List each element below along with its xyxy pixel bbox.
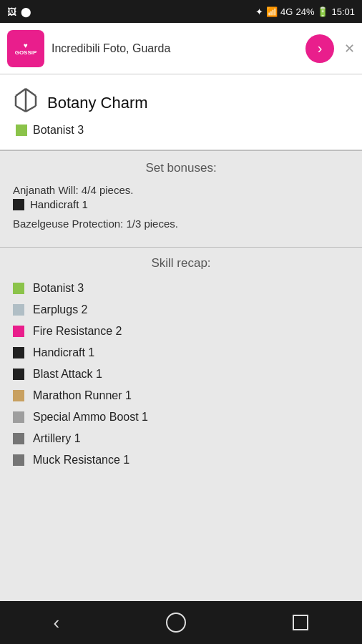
recent-button[interactable] — [293, 615, 308, 630]
bonus-header-2: Bazelgeuse Protection: 1/3 pieces. — [13, 218, 349, 230]
charm-icon — [13, 87, 39, 118]
skill-label-4: Blast Attack 1 — [33, 368, 102, 381]
skill-dot-7 — [13, 433, 24, 444]
list-item: Marathon Runner 1 — [13, 385, 349, 406]
bonus-sub-label-1: Handicraft 1 — [30, 198, 88, 210]
skill-dot-8 — [13, 454, 24, 466]
svg-line-1 — [16, 89, 26, 96]
ad-arrow-icon: › — [318, 40, 323, 57]
status-bar: 🖼 ⬤ ✦ 📶 4G 24% 🔋 15:01 — [0, 0, 362, 23]
skill-recap-title: Skill recap: — [13, 256, 349, 270]
time: 15:01 — [331, 6, 355, 17]
skill-label-7: Artillery 1 — [33, 432, 81, 445]
skill-dot-6 — [13, 411, 24, 423]
svg-line-6 — [26, 106, 36, 112]
photo-icon: 🖼 — [7, 6, 16, 17]
list-item: Handicraft 1 — [13, 342, 349, 364]
list-item: Special Ammo Boost 1 — [13, 406, 349, 428]
skill-dot-2 — [13, 326, 24, 337]
list-item: Earplugs 2 — [13, 299, 349, 321]
bottom-nav: ‹ — [0, 601, 362, 644]
list-item: Fire Resistance 2 — [13, 321, 349, 342]
list-item: Artillery 1 — [13, 428, 349, 449]
status-bar-right: ✦ 📶 4G 24% 🔋 15:01 — [255, 6, 355, 17]
bonus-item-1: Anjanath Will: 4/4 pieces. Handicraft 1 — [13, 184, 349, 210]
bonus-sub-dot-1 — [13, 199, 24, 210]
list-item: Muck Resistance 1 — [13, 449, 349, 471]
main-content: ♥ GOSSIP Incredibili Foto, Guarda › ✕ — [0, 23, 362, 601]
battery-icon: 🔋 — [317, 6, 328, 17]
skill-label-0: Botanist 3 — [33, 282, 84, 295]
charm-name: Botany Charm — [47, 94, 148, 112]
ad-text: Incredibili Foto, Guarda — [52, 42, 298, 55]
charm-skill-row: Botanist 3 — [16, 124, 349, 137]
bonus-item-2: Bazelgeuse Protection: 1/3 pieces. — [13, 218, 349, 230]
bonus-header-1: Anjanath Will: 4/4 pieces. — [13, 184, 349, 196]
ad-logo-text: GOSSIP — [15, 49, 37, 56]
set-bonuses-section: Set bonuses: Anjanath Will: 4/4 pieces. … — [0, 151, 362, 247]
battery-text: 24% — [295, 6, 314, 17]
skill-dot-3 — [13, 347, 24, 358]
skill-label-6: Special Ammo Boost 1 — [33, 411, 148, 424]
list-item: Blast Attack 1 — [13, 364, 349, 385]
skill-dot-5 — [13, 390, 24, 401]
ad-banner[interactable]: ♥ GOSSIP Incredibili Foto, Guarda › ✕ — [0, 23, 362, 74]
skill-label-1: Earplugs 2 — [33, 303, 88, 316]
status-bar-left: 🖼 ⬤ — [7, 6, 31, 17]
skill-dot-0 — [13, 283, 24, 294]
ad-logo-heart: ♥ — [24, 42, 28, 49]
list-item: Botanist 3 — [13, 278, 349, 299]
svg-line-2 — [26, 89, 36, 96]
charm-skill-label: Botanist 3 — [33, 124, 84, 137]
skill-label-8: Muck Resistance 1 — [33, 454, 129, 467]
wifi-icon: 📶 — [266, 6, 278, 17]
set-bonuses-title: Set bonuses: — [13, 161, 349, 175]
ad-logo: ♥ GOSSIP — [7, 30, 44, 67]
back-button[interactable]: ‹ — [54, 612, 60, 634]
bluetooth-icon: ✦ — [255, 6, 263, 17]
charm-card: Botany Charm Botanist 3 — [0, 74, 362, 150]
circle-icon: ⬤ — [21, 6, 31, 17]
bonus-sub-1: Handicraft 1 — [13, 198, 349, 210]
ad-close-icon[interactable]: ✕ — [344, 41, 355, 57]
skill-dot-4 — [13, 369, 24, 380]
skill-label-2: Fire Resistance 2 — [33, 325, 122, 338]
ad-arrow-button[interactable]: › — [305, 34, 334, 63]
skill-recap-section: Skill recap: Botanist 3 Earplugs 2 Fire … — [0, 248, 362, 478]
skill-dot-1 — [13, 304, 24, 316]
skill-label-5: Marathon Runner 1 — [33, 389, 132, 402]
network-icon: 4G — [280, 6, 293, 17]
charm-title-row: Botany Charm — [13, 87, 349, 118]
svg-line-5 — [16, 106, 26, 112]
botanist-dot — [16, 125, 27, 136]
home-button[interactable] — [166, 613, 186, 633]
skill-label-3: Handicraft 1 — [33, 346, 94, 359]
skill-list: Botanist 3 Earplugs 2 Fire Resistance 2 … — [13, 278, 349, 471]
